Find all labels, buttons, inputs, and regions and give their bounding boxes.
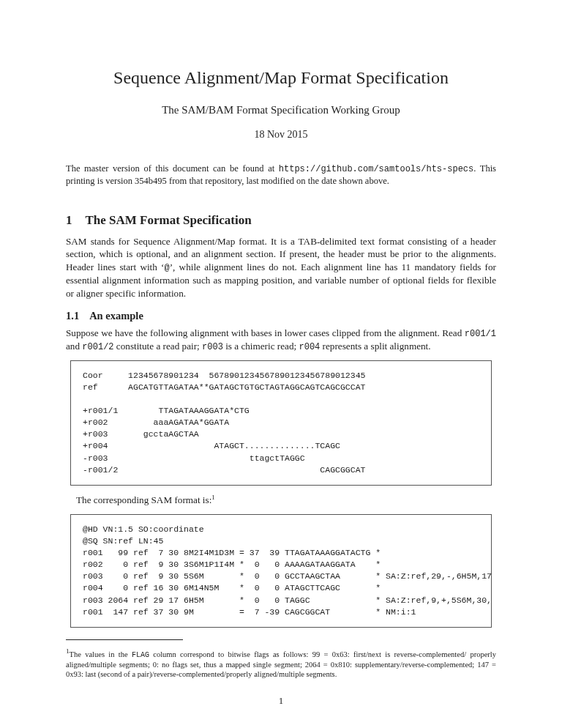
sub11-tt2: r001/2 xyxy=(82,342,113,352)
sub11-text-b: and xyxy=(66,341,82,352)
footnote-1: 1The values in the FLAG column correspon… xyxy=(66,647,496,680)
subsection-1-1-number: 1.1 xyxy=(66,310,79,322)
page-number: 1 xyxy=(0,694,562,707)
footnote-rule xyxy=(66,639,183,640)
sub11-tt4: r004 xyxy=(299,342,320,352)
section-1-title: The SAM Format Specification xyxy=(86,213,252,227)
footnote-text-a: The values in the xyxy=(70,650,132,658)
section-1-body: SAM stands for Sequence Alignment/Map fo… xyxy=(66,235,496,300)
intro-paragraph: The master version of this document can … xyxy=(66,163,496,187)
page-title: Sequence Alignment/Map Format Specificat… xyxy=(66,66,496,89)
sub11-tt1: r001/1 xyxy=(465,329,496,339)
page-subtitle: The SAM/BAM Format Specification Working… xyxy=(66,103,496,117)
sub11-tt3: r003 xyxy=(202,342,223,352)
section-1-number: 1 xyxy=(66,213,72,227)
between-text: The corresponding SAM format is:1 xyxy=(76,493,496,507)
sub11-text-a: Suppose we have the following alignment … xyxy=(66,327,465,338)
page-date: 18 Nov 2015 xyxy=(66,128,496,142)
sam-format-box: @HD VN:1.5 SO:coordinate @SQ SN:ref LN:4… xyxy=(70,514,492,628)
alignment-example-box: Coor 12345678901234 56789012345678901234… xyxy=(70,360,492,486)
sub11-text-d: is a chimeric read; xyxy=(223,341,299,352)
between-text-a: The corresponding SAM format is: xyxy=(76,494,211,505)
subsection-1-1-title: An example xyxy=(89,310,143,322)
footnote-ref-1: 1 xyxy=(211,494,215,501)
intro-text-a: The master version of this document can … xyxy=(66,163,279,174)
sub11-text-c: constitute a read pair; xyxy=(114,341,202,352)
intro-url: https://github.com/samtools/hts-specs xyxy=(279,164,473,174)
subsection-1-1-body: Suppose we have the following alignment … xyxy=(66,327,496,353)
footnote-flag: FLAG xyxy=(132,651,149,659)
section-1-heading: 1The SAM Format Specification xyxy=(66,212,496,229)
at-symbol: @ xyxy=(164,263,169,273)
subsection-1-1-heading: 1.1An example xyxy=(66,309,496,324)
sub11-text-e: represents a split alignment. xyxy=(320,341,430,352)
